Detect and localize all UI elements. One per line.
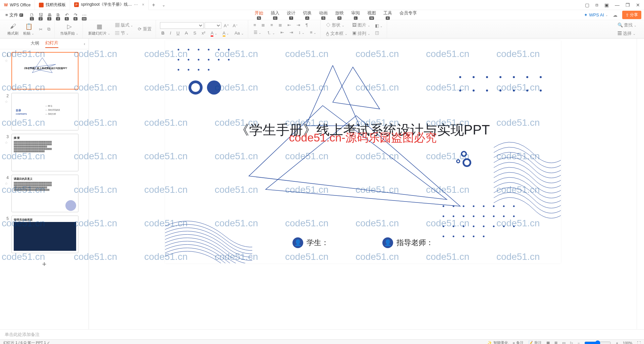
tab-menu-button[interactable]: ⌄	[159, 0, 169, 10]
tab-wps-office[interactable]: W WPS Office	[0, 0, 35, 10]
view-slideshow-icon[interactable]: ▷	[570, 341, 573, 344]
collapse-panel-icon[interactable]: ‹	[84, 41, 85, 46]
star-icon[interactable]: ☆	[5, 100, 8, 104]
slide-thumb-5[interactable]: 管理员功能界面	[11, 216, 78, 253]
fit-icon[interactable]: ⛶	[637, 341, 641, 344]
comments-button[interactable]: 📝 批注	[528, 340, 542, 344]
paste-button[interactable]: 📋粘贴 ⌄	[22, 22, 36, 37]
outline-tab[interactable]: 大纲	[31, 40, 39, 48]
find-button[interactable]: 🔍 查找 ⌄	[616, 21, 638, 29]
star-icon[interactable]: ☆	[5, 222, 8, 227]
slide-thumb-3[interactable]: 摘 要 ████████████████████████████████████…	[11, 134, 78, 171]
strike-icon[interactable]: A̶	[183, 30, 189, 36]
zoom-slider[interactable]	[584, 340, 611, 344]
shape-button[interactable]: ◇ 形状 ⌄	[325, 21, 348, 29]
highlight-icon[interactable]: A ⌄	[221, 30, 231, 36]
teacher-field[interactable]: 👤 指导老师：	[382, 237, 433, 248]
font-size-select[interactable]	[205, 22, 221, 29]
close-icon[interactable]: ×	[142, 2, 144, 7]
qat-save-icon[interactable]: 🖫2	[37, 12, 44, 18]
text-direction-icon[interactable]: ≡ ⌄	[309, 29, 318, 37]
indent-right-icon[interactable]: ⇥	[295, 22, 302, 28]
format-painter-button[interactable]: 🖌格式刷	[6, 22, 20, 37]
superscript-icon[interactable]: x²	[200, 30, 207, 36]
user-icon[interactable]: ▣	[604, 2, 609, 8]
underline-icon[interactable]: U	[175, 30, 181, 36]
slide-thumb-2[interactable]: 目录CONTENTS — 绪 论 — 系统背景建设 — 系统分析	[11, 93, 78, 130]
qat-print-icon[interactable]: 🖶3	[46, 12, 53, 18]
add-tab-button[interactable]: +	[149, 0, 158, 10]
align-center-icon[interactable]: ≣	[260, 22, 266, 28]
slide-thumb-4[interactable]: 课题目的及意义 ████████████████████████████████…	[11, 175, 78, 212]
outline-color-icon[interactable]: ◫	[374, 30, 384, 36]
tab-view[interactable]: 视图W	[367, 10, 377, 20]
new-slide-button[interactable]: ▦新建幻灯片 ⌄	[87, 22, 112, 37]
italic-icon[interactable]: I	[168, 30, 172, 36]
increase-indent-icon[interactable]: ⇥	[288, 29, 294, 37]
bullets-icon[interactable]: ☰ ⌄	[252, 29, 263, 37]
indent-left-icon[interactable]: ⇤	[286, 22, 292, 28]
tab-design[interactable]: 设计T	[286, 10, 296, 20]
play-from-current-button[interactable]: ▷当场开始 ⌄	[59, 22, 80, 37]
window-tile-icon[interactable]: ▢	[585, 2, 589, 8]
align-right-icon[interactable]: ≡	[269, 22, 274, 28]
minimize-icon[interactable]: —	[615, 2, 620, 8]
tab-tools[interactable]: 工具K	[383, 10, 393, 20]
select-button[interactable]: ☰ 选择 ⌄	[616, 30, 638, 37]
tab-document[interactable]: P springboot《学生手册》线… ⋯ ×	[70, 0, 149, 10]
star-icon[interactable]: ☆	[5, 140, 8, 145]
qat-export-icon[interactable]: 🗎4	[55, 12, 61, 18]
rtl-icon[interactable]: ¶	[304, 22, 309, 28]
notes-button[interactable]: ≡ 备注	[513, 340, 524, 344]
zoom-out-icon[interactable]: −	[578, 341, 580, 344]
slide-thumb-1[interactable]: 《学生手册》线上考试系统设计与实现PPT	[11, 52, 78, 90]
cube-icon[interactable]: ⧈	[595, 2, 598, 8]
notes-pane[interactable]: 单击此处添加备注	[0, 329, 644, 339]
decrease-indent-icon[interactable]: ⇤	[279, 29, 285, 37]
align-justify-icon[interactable]: ≣	[277, 22, 283, 28]
share-button[interactable]: ⇪分享	[622, 11, 641, 19]
ai-beautify-button[interactable]: ✨ 智能美化	[487, 340, 508, 344]
slide-canvas[interactable]: 《学生手册》线上考试系统设计与实现PPT code51.cn-源码乐园盗图必究 …	[165, 40, 561, 263]
line-spacing-icon[interactable]: ↕ ⌄	[297, 29, 306, 37]
font-family-select[interactable]	[160, 22, 204, 29]
copy-icon[interactable]: ⧉	[46, 26, 52, 33]
zoom-value[interactable]: 100%	[623, 341, 632, 344]
image-button[interactable]: 🖼 图片 ⌄	[351, 21, 372, 29]
zoom-in-icon[interactable]: +	[616, 341, 618, 344]
tab-play[interactable]: 放映R	[334, 10, 344, 20]
section-button[interactable]: ▤ 节 ⌄	[114, 30, 135, 37]
view-sorter-icon[interactable]: ⊞	[554, 341, 557, 344]
tab-transition[interactable]: 切换A	[302, 10, 312, 20]
tab-templates[interactable]: 找稻壳模板	[35, 0, 70, 10]
arrange-button[interactable]: ▣ 排列 ⌄	[351, 30, 372, 37]
student-field[interactable]: 👤 学生：	[292, 237, 329, 248]
star-icon[interactable]: ☆	[5, 181, 8, 186]
align-left-icon[interactable]: ≡	[252, 22, 258, 28]
file-menu-button[interactable]: ≡ 文件 F	[3, 12, 26, 18]
add-slide-button[interactable]: +	[42, 260, 47, 268]
qat-undo-icon[interactable]: ↶5	[63, 12, 70, 18]
cut-icon[interactable]: ✂	[38, 26, 44, 33]
maximize-icon[interactable]: ❐	[626, 2, 630, 8]
qat-redo-icon[interactable]: ↷6	[72, 12, 79, 18]
textbox-button[interactable]: A̲ 文本框 ⌄	[325, 30, 348, 37]
font-color-icon[interactable]: A ⌄	[209, 30, 219, 36]
tab-insert[interactable]: 插入G	[270, 10, 280, 20]
decrease-font-icon[interactable]: A⁻	[231, 22, 239, 29]
strikethrough-icon[interactable]: S	[192, 30, 198, 36]
increase-font-icon[interactable]: A⁺	[222, 22, 230, 29]
view-reading-icon[interactable]: ▭	[562, 341, 566, 344]
bold-icon[interactable]: B	[160, 30, 166, 36]
tab-member[interactable]: 会员专享	[399, 10, 418, 20]
close-window-icon[interactable]: ✕	[636, 2, 640, 8]
slides-tab[interactable]: 幻灯片	[45, 40, 58, 48]
layout-button[interactable]: ▦ 版式 ⌄	[114, 21, 135, 29]
tab-start[interactable]: 开始N	[254, 10, 264, 20]
change-case-icon[interactable]: Aa ⌄	[233, 30, 245, 36]
fill-color-icon[interactable]: ◧ ⌄	[374, 22, 384, 29]
wps-ai-button[interactable]: ✦WPS AI⌄	[584, 12, 608, 17]
view-normal-icon[interactable]: ▦	[546, 341, 550, 344]
tab-animation[interactable]: 动画S	[318, 10, 328, 20]
tab-review[interactable]: 审阅L	[351, 10, 361, 20]
